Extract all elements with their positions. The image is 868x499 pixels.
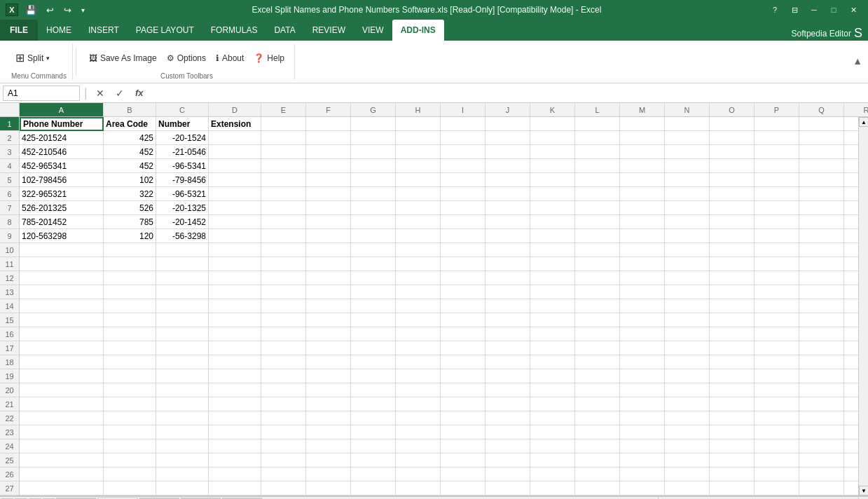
cell-G21[interactable] — [351, 397, 396, 411]
cell-O26[interactable] — [710, 467, 755, 481]
col-header-i[interactable]: I — [441, 103, 485, 116]
cell-G27[interactable] — [351, 481, 396, 495]
cell-f7[interactable] — [306, 201, 351, 215]
cell-L22[interactable] — [575, 411, 620, 425]
cell-F15[interactable] — [306, 313, 351, 327]
cell-A19[interactable] — [20, 369, 104, 383]
cell-G26[interactable] — [351, 467, 396, 481]
cell-b7[interactable]: 526 — [104, 201, 156, 215]
split-btn[interactable]: ⊞ Split ▾ — [11, 49, 54, 67]
cell-r7[interactable] — [844, 201, 858, 215]
cell-n2[interactable] — [665, 131, 710, 145]
cell-I13[interactable] — [441, 285, 485, 299]
cell-P18[interactable] — [755, 355, 799, 369]
cell-O17[interactable] — [710, 341, 755, 355]
cell-E14[interactable] — [261, 299, 306, 313]
cell-m8[interactable] — [620, 215, 665, 229]
cell-P15[interactable] — [755, 313, 799, 327]
cell-k3[interactable] — [530, 145, 575, 159]
cell-g7[interactable] — [351, 201, 396, 215]
cell-G24[interactable] — [351, 439, 396, 453]
cell-C13[interactable] — [156, 285, 209, 299]
row-header-18[interactable]: 18 — [0, 355, 19, 369]
cell-A26[interactable] — [20, 467, 104, 481]
cell-l1[interactable] — [575, 117, 620, 131]
cell-k1[interactable] — [530, 117, 575, 131]
cell-f4[interactable] — [306, 159, 351, 173]
cell-B26[interactable] — [104, 467, 156, 481]
col-header-p[interactable]: P — [755, 103, 799, 116]
cell-N12[interactable] — [665, 271, 710, 285]
cell-O21[interactable] — [710, 397, 755, 411]
cell-F20[interactable] — [306, 383, 351, 397]
cell-K27[interactable] — [530, 481, 575, 495]
cell-O14[interactable] — [710, 299, 755, 313]
cell-M16[interactable] — [620, 327, 665, 341]
row-header-9[interactable]: 9 — [0, 229, 19, 243]
cell-C24[interactable] — [156, 439, 209, 453]
cell-f6[interactable] — [306, 187, 351, 201]
cell-I26[interactable] — [441, 467, 485, 481]
cell-N15[interactable] — [665, 313, 710, 327]
cell-E16[interactable] — [261, 327, 306, 341]
cell-l7[interactable] — [575, 201, 620, 215]
cell-M11[interactable] — [620, 257, 665, 271]
row-header-16[interactable]: 16 — [0, 327, 19, 341]
cell-C18[interactable] — [156, 355, 209, 369]
cell-L27[interactable] — [575, 481, 620, 495]
cell-A14[interactable] — [20, 299, 104, 313]
cell-I18[interactable] — [441, 355, 485, 369]
cell-m6[interactable] — [620, 187, 665, 201]
cell-b4[interactable]: 452 — [104, 159, 156, 173]
cell-h3[interactable] — [396, 145, 441, 159]
row-header-24[interactable]: 24 — [0, 439, 19, 453]
cell-K24[interactable] — [530, 439, 575, 453]
formula-input[interactable] — [151, 87, 865, 100]
tab-file[interactable]: FILE — [0, 20, 38, 41]
cell-j2[interactable] — [485, 131, 530, 145]
cell-E23[interactable] — [261, 425, 306, 439]
cell-M12[interactable] — [620, 271, 665, 285]
row-header-26[interactable]: 26 — [0, 467, 19, 481]
cell-N18[interactable] — [665, 355, 710, 369]
cell-A22[interactable] — [20, 411, 104, 425]
cell-C17[interactable] — [156, 341, 209, 355]
cell-Q22[interactable] — [799, 411, 844, 425]
cell-O20[interactable] — [710, 383, 755, 397]
cell-G18[interactable] — [351, 355, 396, 369]
cell-P20[interactable] — [755, 383, 799, 397]
cell-O24[interactable] — [710, 439, 755, 453]
cell-I14[interactable] — [441, 299, 485, 313]
cell-P11[interactable] — [755, 257, 799, 271]
cell-n8[interactable] — [665, 215, 710, 229]
cell-N22[interactable] — [665, 411, 710, 425]
cell-D10[interactable] — [209, 243, 261, 257]
cell-l2[interactable] — [575, 131, 620, 145]
cell-O27[interactable] — [710, 481, 755, 495]
cell-C14[interactable] — [156, 299, 209, 313]
cell-C10[interactable] — [156, 243, 209, 257]
cell-p6[interactable] — [755, 187, 799, 201]
cell-d2[interactable] — [209, 131, 261, 145]
cell-C21[interactable] — [156, 397, 209, 411]
help-ribbon-btn[interactable]: ❓ Help — [249, 51, 289, 65]
cell-I15[interactable] — [441, 313, 485, 327]
cell-f5[interactable] — [306, 173, 351, 187]
cell-L16[interactable] — [575, 327, 620, 341]
name-box[interactable] — [3, 86, 80, 101]
cell-Q16[interactable] — [799, 327, 844, 341]
cell-R27[interactable] — [844, 481, 858, 495]
row-header-2[interactable]: 2 — [0, 131, 19, 145]
cell-B17[interactable] — [104, 341, 156, 355]
cell-C27[interactable] — [156, 481, 209, 495]
cell-K21[interactable] — [530, 397, 575, 411]
cell-N27[interactable] — [665, 481, 710, 495]
cell-M13[interactable] — [620, 285, 665, 299]
cell-e5[interactable] — [261, 173, 306, 187]
cell-L10[interactable] — [575, 243, 620, 257]
cell-M24[interactable] — [620, 439, 665, 453]
cell-q4[interactable] — [799, 159, 844, 173]
cell-E19[interactable] — [261, 369, 306, 383]
row-header-8[interactable]: 8 — [0, 215, 19, 229]
cell-H21[interactable] — [396, 397, 441, 411]
